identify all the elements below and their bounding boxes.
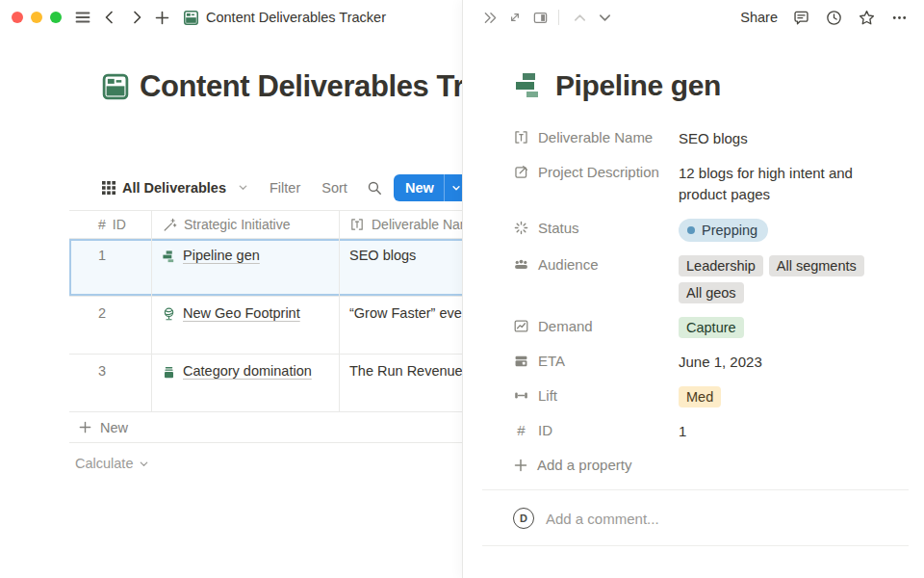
hash-icon: # — [98, 217, 106, 232]
back-icon[interactable] — [98, 6, 121, 29]
status-spinner-icon — [513, 220, 529, 236]
window-topbar: Content Deliverables Tracker — [0, 0, 462, 35]
cell-initiative[interactable]: Pipeline gen — [152, 239, 340, 296]
cell-deliverable[interactable]: “Grow Faster” event — [340, 297, 462, 354]
more-menu-icon[interactable] — [890, 9, 909, 27]
view-tab-all-deliverables[interactable]: All Deliverables — [102, 180, 248, 196]
edit-icon — [513, 164, 529, 180]
zoom-window-button[interactable] — [50, 12, 62, 23]
side-peek-icon[interactable] — [527, 5, 552, 30]
cell-deliverable[interactable]: SEO blogs — [340, 239, 462, 296]
history-icon[interactable] — [825, 9, 843, 27]
cell-deliverable[interactable]: The Run Revenue S — [340, 355, 462, 411]
comment-composer[interactable]: D Add a comment... — [513, 506, 909, 531]
property-name: Lift — [538, 387, 557, 404]
expand-full-page-icon[interactable] — [502, 5, 527, 30]
close-window-button[interactable] — [12, 12, 23, 23]
page-title[interactable]: Content Deliverables Tracker — [140, 69, 462, 104]
property-value[interactable]: Leadership All segments All geos — [679, 255, 871, 303]
new-record-label: New — [394, 174, 444, 201]
status-pill[interactable]: Prepping — [679, 219, 768, 242]
app-window: Content Deliverables Tracker Content Del… — [0, 0, 924, 578]
table-new-row-button[interactable]: New — [69, 412, 462, 443]
calculate-button[interactable]: Calculate — [69, 449, 462, 478]
property-label[interactable]: Audience — [513, 255, 679, 273]
property-name: Project Description — [538, 164, 659, 180]
divider — [482, 545, 909, 546]
new-record-button[interactable]: New — [394, 174, 462, 201]
row-page-link[interactable]: Pipeline gen — [183, 248, 260, 263]
property-label[interactable]: Deliverable Name — [513, 128, 679, 145]
breadcrumb-title[interactable]: Content Deliverables Tracker — [206, 10, 386, 25]
previous-record-icon[interactable] — [567, 5, 592, 30]
search-icon[interactable] — [367, 180, 382, 196]
record-title[interactable]: Pipeline gen — [555, 69, 721, 102]
add-property-button[interactable]: Add a property — [513, 449, 909, 480]
record-title-row: Pipeline gen — [513, 69, 924, 102]
tag[interactable]: All segments — [769, 255, 864, 276]
tag[interactable]: Med — [679, 386, 721, 407]
comment-input[interactable]: Add a comment... — [546, 511, 659, 527]
database-table: # ID Strategic Initiative Deliverable Na… — [69, 210, 462, 478]
cell-initiative[interactable]: Category domination — [152, 355, 340, 411]
row-page-link[interactable]: Category domination — [183, 363, 312, 379]
cell-id[interactable]: 2 — [69, 297, 152, 354]
property-value[interactable]: June 1, 2023 — [679, 352, 871, 373]
property-value[interactable]: Capture — [679, 317, 871, 338]
favorite-star-icon[interactable] — [858, 9, 876, 27]
property-value[interactable]: Med — [679, 386, 871, 407]
table-row[interactable]: 3 Category domination The Run Revenue S — [69, 355, 462, 412]
traffic-lights — [12, 12, 62, 23]
property-label[interactable]: Demand — [513, 317, 679, 334]
record-icon[interactable] — [513, 70, 544, 101]
minimize-window-button[interactable] — [31, 12, 42, 23]
sort-button[interactable]: Sort — [321, 180, 347, 196]
column-header-strategic-initiative[interactable]: Strategic Initiative — [152, 211, 340, 238]
property-value[interactable]: 1 — [679, 421, 871, 442]
cell-initiative[interactable]: New Geo Footprint — [152, 297, 340, 354]
table-view-icon — [102, 181, 116, 195]
close-peek-icon[interactable] — [477, 5, 502, 30]
sidebar-menu-icon[interactable] — [71, 6, 94, 29]
property-name: Audience — [538, 256, 599, 273]
tag[interactable]: Capture — [679, 317, 744, 338]
plus-icon — [78, 420, 92, 434]
property-name: Status — [538, 220, 579, 236]
column-header-id[interactable]: # ID — [69, 211, 152, 238]
column-header-deliverable-name[interactable]: Deliverable Name — [340, 211, 462, 238]
property-row-eta: ETA June 1, 2023 — [513, 345, 909, 380]
tag[interactable]: All geos — [679, 282, 744, 303]
new-record-dropdown-icon[interactable] — [444, 174, 462, 201]
property-value[interactable]: 12 blogs for high intent and product pag… — [679, 163, 871, 205]
plus-icon — [513, 458, 528, 473]
share-button[interactable]: Share — [740, 10, 778, 25]
property-label[interactable]: ETA — [513, 352, 679, 369]
property-label[interactable]: # ID — [513, 421, 679, 438]
property-label[interactable]: Project Description — [513, 163, 679, 180]
chevron-down-icon — [139, 459, 149, 469]
property-value[interactable]: Prepping — [679, 219, 871, 242]
property-value[interactable]: SEO blogs — [679, 128, 871, 149]
tag[interactable]: Leadership — [679, 255, 763, 276]
filter-button[interactable]: Filter — [270, 180, 300, 196]
next-record-icon[interactable] — [592, 5, 617, 30]
new-tab-icon[interactable] — [150, 6, 173, 29]
page-cover-icon[interactable] — [101, 72, 130, 101]
forward-icon[interactable] — [125, 6, 148, 29]
cell-id[interactable]: 3 — [69, 355, 152, 411]
comments-icon[interactable] — [792, 9, 810, 27]
divider — [482, 489, 909, 490]
column-label: ID — [113, 217, 126, 232]
property-label[interactable]: Lift — [513, 386, 679, 404]
people-icon — [513, 256, 529, 273]
bars-chart-icon — [162, 250, 176, 264]
column-label: Deliverable Name — [372, 217, 462, 232]
property-label[interactable]: Status — [513, 219, 679, 236]
peek-panel: Share Pipeline gen — [462, 0, 924, 578]
row-page-link[interactable]: New Geo Footprint — [183, 305, 300, 321]
calculate-label: Calculate — [75, 456, 133, 471]
table-row[interactable]: 2 New Geo Footprint “Grow Faster” event — [69, 297, 462, 355]
property-row-lift: Lift Med — [513, 380, 909, 414]
table-row[interactable]: 1 Pipeline gen SEO blogs — [69, 239, 462, 297]
cell-id[interactable]: 1 — [69, 239, 152, 296]
